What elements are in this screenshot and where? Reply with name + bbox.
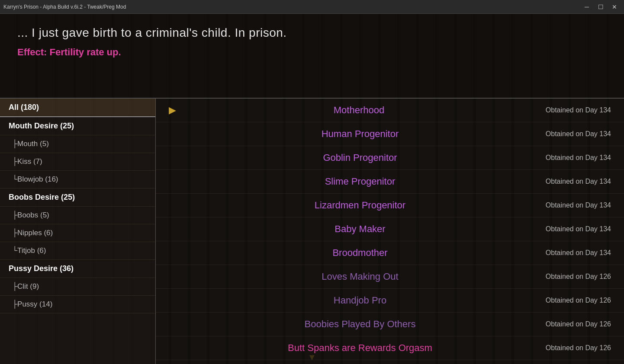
- category-sidebar[interactable]: All (180)Mouth Desire (25)├Mouth (5)├Kis…: [0, 98, 156, 364]
- achievement-row-8[interactable]: Handjob ProObtained on Day 126: [156, 289, 624, 313]
- achievement-name-5: Baby Maker: [187, 224, 516, 235]
- minimize-button[interactable]: ─: [581, 3, 593, 11]
- achievement-row-3[interactable]: Slime ProgenitorObtained on Day 134: [156, 170, 624, 194]
- achievement-date-10: Obtained on Day 126: [516, 344, 611, 352]
- sidebar-item-10[interactable]: ├Clit (9): [0, 278, 155, 296]
- achievement-date-2: Obtained on Day 134: [516, 154, 611, 162]
- sidebar-item-1[interactable]: Mouth Desire (25): [0, 117, 155, 135]
- sidebar-item-8[interactable]: └Titjob (6): [0, 242, 155, 260]
- achievement-name-0: Motherhood: [185, 105, 516, 116]
- window-title-area: Karryn's Prison - Alpha Build v.6i.2 - T…: [3, 4, 126, 10]
- window-controls: ─ ☐ ✕: [581, 3, 621, 11]
- achievement-name-10: Butt Spanks are Rewards Orgasm: [187, 342, 516, 354]
- achievement-name-1: Human Progenitor: [187, 128, 516, 140]
- achievement-name-9: Boobies Played By Others: [187, 319, 516, 330]
- content-area: All (180)Mouth Desire (25)├Mouth (5)├Kis…: [0, 98, 624, 364]
- achievement-row-10[interactable]: Butt Spanks are Rewards OrgasmObtained o…: [156, 336, 624, 360]
- sidebar-item-2[interactable]: ├Mouth (5): [0, 135, 155, 153]
- titlebar: Karryn's Prison - Alpha Build v.6i.2 - T…: [0, 0, 624, 14]
- top-text-area: ... I just gave birth to a criminal's ch…: [0, 14, 624, 98]
- achievement-date-7: Obtained on Day 126: [516, 273, 611, 281]
- achievement-name-8: Handjob Pro: [187, 295, 516, 306]
- sidebar-item-7[interactable]: ├Nipples (6): [0, 224, 155, 242]
- achievement-row-5[interactable]: Baby MakerObtained on Day 134: [156, 217, 624, 241]
- selected-arrow-icon: ▶: [169, 105, 176, 116]
- achievement-date-8: Obtained on Day 126: [516, 297, 611, 304]
- maximize-button[interactable]: ☐: [595, 3, 607, 11]
- achievement-date-6: Obtained on Day 134: [516, 249, 611, 257]
- game-area: ... I just gave birth to a criminal's ch…: [0, 14, 624, 364]
- achievement-row-11[interactable]: Addicted to Consecutive OrgasmsObtained …: [156, 360, 624, 364]
- achievement-name-7: Loves Making Out: [187, 271, 516, 282]
- achievement-date-4: Obtained on Day 134: [516, 201, 611, 209]
- achievement-row-4[interactable]: Lizardmen ProgenitorObtained on Day 134: [156, 194, 624, 217]
- achievement-row-1[interactable]: Human ProgenitorObtained on Day 134: [156, 122, 624, 146]
- achievement-name-2: Goblin Progenitor: [187, 152, 516, 163]
- achievement-date-9: Obtained on Day 126: [516, 320, 611, 328]
- achievement-date-5: Obtained on Day 134: [516, 225, 611, 233]
- sidebar-item-0[interactable]: All (180): [0, 99, 155, 117]
- achievement-row-9[interactable]: Boobies Played By OthersObtained on Day …: [156, 313, 624, 336]
- achievement-row-0[interactable]: ▶MotherhoodObtained on Day 134: [156, 99, 624, 122]
- sidebar-item-5[interactable]: Boobs Desire (25): [0, 188, 155, 207]
- achievement-row-2[interactable]: Goblin ProgenitorObtained on Day 134: [156, 146, 624, 170]
- achievement-row-7[interactable]: Loves Making OutObtained on Day 126: [156, 265, 624, 289]
- achievement-row-6[interactable]: BroodmotherObtained on Day 134: [156, 241, 624, 265]
- app-title: Karryn's Prison - Alpha Build v.6i.2 - T…: [3, 4, 126, 10]
- achievement-name-6: Broodmother: [187, 247, 516, 259]
- close-button[interactable]: ✕: [608, 3, 621, 11]
- achievement-date-0: Obtained on Day 134: [516, 106, 611, 114]
- sidebar-item-9[interactable]: Pussy Desire (36): [0, 260, 155, 278]
- sidebar-item-6[interactable]: ├Boobs (5): [0, 207, 155, 224]
- narrative-text: ... I just gave birth to a criminal's ch…: [17, 26, 607, 40]
- effect-text: Effect: Fertility rate up.: [17, 47, 607, 58]
- achievement-name-3: Slime Progenitor: [187, 176, 516, 187]
- sidebar-item-11[interactable]: ├Pussy (14): [0, 296, 155, 313]
- sidebar-item-3[interactable]: ├Kiss (7): [0, 153, 155, 171]
- achievement-date-1: Obtained on Day 134: [516, 130, 611, 138]
- achievement-date-3: Obtained on Day 134: [516, 178, 611, 185]
- achievements-panel[interactable]: ▶MotherhoodObtained on Day 134Human Prog…: [156, 98, 624, 364]
- sidebar-item-4[interactable]: └Blowjob (16): [0, 171, 155, 188]
- achievement-name-4: Lizardmen Progenitor: [187, 200, 516, 211]
